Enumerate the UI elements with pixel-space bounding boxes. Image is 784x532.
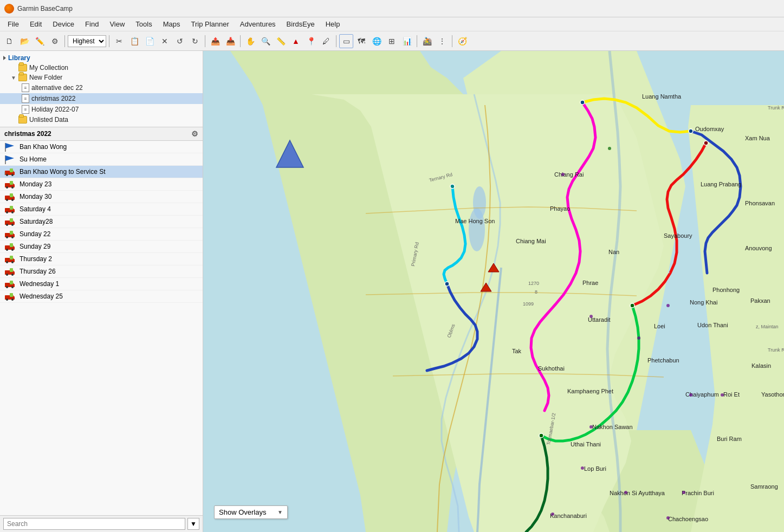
toolbar-new[interactable]: 🗋	[2, 34, 16, 48]
toolbar-measure[interactable]: 📏	[274, 34, 288, 48]
toolbar-send-device[interactable]: 📤	[208, 34, 222, 48]
toolbar-open[interactable]: 📂	[17, 34, 31, 48]
svg-point-130	[551, 512, 554, 516]
menu-find[interactable]: Find	[80, 19, 104, 29]
holiday2022-label: Holiday 2022-07	[31, 106, 79, 113]
monday30-route-icon	[4, 192, 16, 201]
filter-button[interactable]: ▼	[187, 518, 199, 530]
xmas-item-ban-khao-wong[interactable]: Ban Khao Wong	[0, 141, 203, 153]
menu-trip-planner[interactable]: Trip Planner	[186, 19, 235, 29]
search-input[interactable]	[3, 518, 185, 530]
xmas-item-thursday2[interactable]: Thursday 2	[0, 253, 203, 265]
menu-tools[interactable]: Tools	[130, 19, 157, 29]
quality-select[interactable]: Highest	[68, 35, 106, 47]
ban-khao-flag-icon	[4, 142, 16, 151]
toolbar-delete[interactable]: ✕	[158, 34, 172, 48]
tree-item-new-folder[interactable]: ▼ New Folder	[0, 73, 203, 82]
menu-birdseye[interactable]: BirdsEye	[281, 19, 320, 29]
svg-text:1270: 1270	[528, 281, 539, 286]
svg-point-63	[580, 100, 585, 105]
svg-text:Sayaboury: Sayaboury	[664, 232, 692, 239]
xmas-item-saturday4[interactable]: Saturday 4	[0, 203, 203, 216]
svg-text:Luang Namtha: Luang Namtha	[642, 93, 682, 100]
sep1	[64, 35, 65, 47]
map-canvas: Luang Namtha Oudomxay Xam Nua Chiang Rai…	[203, 51, 784, 532]
library-expand-icon	[3, 56, 6, 60]
my-collection-label: My Collection	[29, 64, 68, 72]
svg-rect-59	[10, 293, 13, 297]
menu-view[interactable]: View	[104, 19, 130, 29]
toolbar-profile[interactable]: ⚙	[48, 34, 62, 48]
svg-marker-3	[5, 155, 14, 161]
toolbar-undo[interactable]: ↺	[173, 34, 187, 48]
toolbar-paste[interactable]: 📄	[142, 34, 157, 48]
svg-point-42	[6, 261, 8, 263]
ban-khao-label: Ban Khao Wong	[20, 143, 67, 151]
tree-item-holiday2022[interactable]: ≡ Holiday 2022-07	[0, 104, 203, 115]
map-area[interactable]: Luang Namtha Oudomxay Xam Nua Chiang Rai…	[203, 51, 784, 532]
svg-point-13	[11, 186, 14, 189]
library-header[interactable]: Library	[0, 53, 203, 63]
toolbar-waypoint[interactable]: ▲	[289, 34, 303, 48]
svg-text:Nong Khai: Nong Khai	[690, 299, 717, 306]
toolbar-receive[interactable]: 📥	[223, 34, 237, 48]
xmas-item-saturday28[interactable]: Saturday28	[0, 216, 203, 228]
svg-text:Phrae: Phrae	[582, 280, 598, 286]
svg-text:1099: 1099	[523, 301, 534, 307]
toolbar-pan[interactable]: ✋	[243, 34, 257, 48]
menu-maps[interactable]: Maps	[158, 19, 186, 29]
xmas-item-sunday29[interactable]: Sunday 29	[0, 241, 203, 253]
toolbar-zoom[interactable]: 🔍	[258, 34, 273, 48]
menu-help[interactable]: Help	[320, 19, 346, 29]
overlays-select[interactable]: Show Overlays	[219, 508, 274, 516]
xmas-item-wednesday25[interactable]: Wednesday 25	[0, 290, 203, 303]
toolbar-elevation[interactable]: 📊	[400, 34, 414, 48]
toolbar-track[interactable]: 🖊	[319, 34, 333, 48]
svg-text:Trunk Rd: Trunk Rd	[768, 347, 784, 353]
menu-edit[interactable]: Edit	[24, 19, 47, 29]
menu-adventures[interactable]: Adventures	[235, 19, 281, 29]
tree-item-unlisted[interactable]: Unlisted Data	[0, 115, 203, 125]
toolbar-map1[interactable]: 🗺	[354, 34, 368, 48]
svg-text:Kalasin: Kalasin	[751, 362, 771, 369]
menu-file[interactable]: File	[2, 19, 24, 29]
toolbar-map2[interactable]: 🌐	[370, 34, 384, 48]
xmas-item-monday23[interactable]: Monday 23	[0, 178, 203, 191]
svg-point-33	[11, 236, 14, 238]
xmas-item-thursday26[interactable]: Thursday 26	[0, 265, 203, 278]
toolbar-cut[interactable]: ✂	[112, 34, 126, 48]
saturday4-label: Saturday 4	[20, 205, 51, 213]
xmas-item-wednesday1[interactable]: Wednesday 1	[0, 278, 203, 290]
svg-text:Luang Prabang: Luang Prabang	[701, 181, 741, 187]
svg-point-17	[6, 199, 8, 201]
toolbar-directions[interactable]: 🧭	[455, 34, 469, 48]
svg-rect-44	[10, 256, 13, 259]
xmas-item-route-service-st[interactable]: Ban Khao Wong to Service St	[0, 166, 203, 178]
app-icon	[4, 4, 14, 14]
svg-text:Nakhon Si Ayutthaya: Nakhon Si Ayutthaya	[610, 490, 665, 496]
menu-device[interactable]: Device	[47, 19, 80, 29]
toolbar-more[interactable]: ⋮	[435, 34, 449, 48]
toolbar-route[interactable]: 📍	[304, 34, 318, 48]
tree-item-my-collection[interactable]: My Collection	[0, 63, 203, 73]
toolbar-atv[interactable]: 🚵	[420, 34, 434, 48]
toolbar-edit-item[interactable]: ✏️	[33, 34, 47, 48]
svg-point-12	[6, 186, 8, 189]
xmas-item-su-home[interactable]: Su Home	[0, 153, 203, 166]
tree-item-alt-dec22[interactable]: ≡ alternative dec 22	[0, 82, 203, 93]
svg-text:Roi Et: Roi Et	[723, 391, 740, 398]
xmas-item-monday30[interactable]: Monday 30	[0, 191, 203, 203]
sunday22-label: Sunday 22	[20, 230, 50, 238]
toolbar-select[interactable]: ▭	[339, 34, 353, 48]
svg-point-37	[6, 249, 8, 251]
my-collection-folder-icon	[18, 64, 27, 72]
toolbar-overview[interactable]: ⊞	[385, 34, 399, 48]
toolbar-copy[interactable]: 📋	[127, 34, 141, 48]
toolbar-redo[interactable]: ↻	[188, 34, 202, 48]
xmas-settings-icon[interactable]: ⚙	[191, 129, 198, 138]
show-overlays-dropdown[interactable]: Show Overlays ▼	[214, 505, 288, 519]
xmas-item-sunday22[interactable]: Sunday 22	[0, 228, 203, 241]
tree-item-christmas2022[interactable]: ≡ christmas 2022	[0, 93, 203, 104]
xmas-section: christmas 2022 ⚙ Ban Khao Wong	[0, 127, 203, 515]
svg-point-38	[11, 249, 14, 251]
